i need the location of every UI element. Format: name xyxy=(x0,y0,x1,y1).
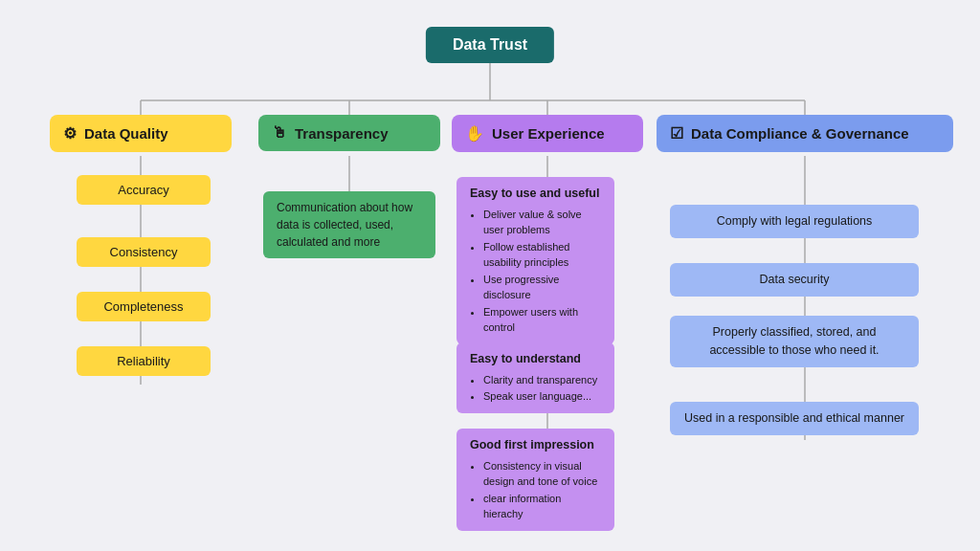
dcg-security: Data security xyxy=(670,263,919,297)
col-header-ux: ✋ User Experience xyxy=(452,115,643,152)
dq-reliability: Reliability xyxy=(77,346,211,376)
ux-first-impression: Good first impression Consistency in vis… xyxy=(457,429,614,531)
col-header-dq: ⚙ Data Quality xyxy=(50,115,232,152)
ux-first-impression-title: Good first impression xyxy=(470,436,601,454)
col-dcg-label: Data Compliance & Governance xyxy=(691,125,909,142)
dcg-legal: Comply with legal regulations xyxy=(670,205,919,238)
col-ux-label: User Experience xyxy=(492,125,605,142)
ux-easy-use-title: Easy to use and useful xyxy=(470,185,601,203)
ux-easy-understand-title: Easy to understand xyxy=(470,350,601,368)
pointer-icon: 🖱 xyxy=(272,124,287,142)
root-label: Data Trust xyxy=(453,36,527,53)
ux-easy-understand-list: Clarity and transparency Speak user lang… xyxy=(470,372,601,405)
diagram: Data Trust ⚙ Data Quality 🖱 Transparency… xyxy=(0,0,980,551)
col-header-dcg: ☑ Data Compliance & Governance xyxy=(657,115,953,152)
dcg-ethical: Used in a responsible and ethical manner xyxy=(670,402,919,435)
col-header-tr: 🖱 Transparency xyxy=(258,115,440,151)
ux-easy-use: Easy to use and useful Deliver value & s… xyxy=(457,177,614,344)
col-dq-label: Data Quality xyxy=(84,125,168,142)
dq-consistency: Consistency xyxy=(77,237,211,267)
hand-icon: ✋ xyxy=(465,124,484,143)
ux-easy-understand: Easy to understand Clarity and transpare… xyxy=(457,342,614,413)
ux-easy-use-list: Deliver value & solve user problems Foll… xyxy=(470,207,601,336)
tr-description: Communication about how data is collecte… xyxy=(263,191,435,258)
root-node: Data Trust xyxy=(426,27,554,63)
gear-icon: ⚙ xyxy=(63,124,77,143)
ux-first-impression-list: Consistency in visual design and tone of… xyxy=(470,458,601,522)
check-icon: ☑ xyxy=(670,124,683,143)
col-tr-label: Transparency xyxy=(295,125,389,142)
dq-completeness: Completeness xyxy=(77,292,211,321)
dq-accuracy: Accuracy xyxy=(77,175,211,205)
dcg-classified: Properly classified, stored, and accessi… xyxy=(670,316,919,367)
